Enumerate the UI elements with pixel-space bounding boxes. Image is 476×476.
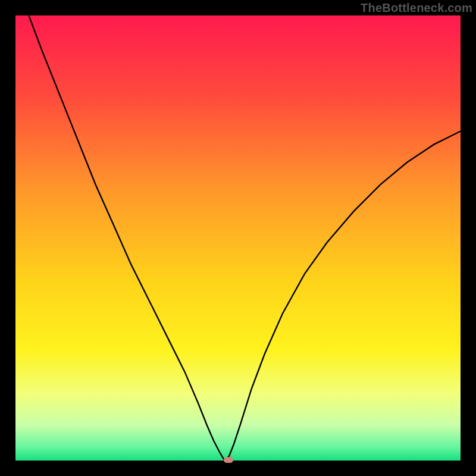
bottleneck-curve — [15, 15, 461, 461]
curve-path — [29, 15, 461, 461]
watermark-text: TheBottleneck.com — [361, 1, 472, 15]
optimal-point-marker — [224, 457, 233, 463]
chart-frame: TheBottleneck.com — [0, 0, 476, 476]
